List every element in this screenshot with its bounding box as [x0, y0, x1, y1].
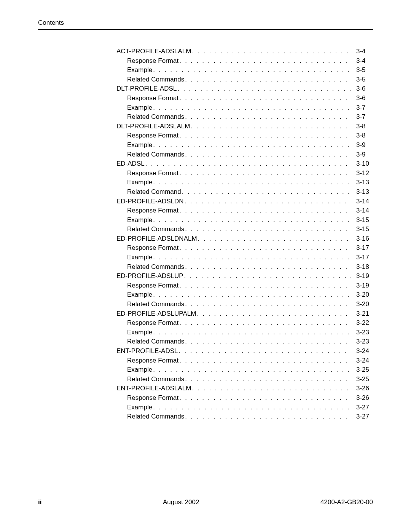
toc-entry-page: 3-6	[351, 95, 373, 101]
toc-leader-dots	[178, 282, 351, 289]
toc-entry-label: Response Format	[116, 244, 178, 251]
toc-entry-page: 3-14	[351, 198, 373, 204]
toc-entry: Related Commands3-18	[116, 264, 373, 270]
toc-entry-label: Related Commands	[116, 301, 184, 307]
toc-leader-dots	[184, 301, 351, 307]
toc-entry-label: Related Commands	[116, 338, 184, 345]
toc-entry-page: 3-18	[351, 264, 373, 270]
toc-entry: ED-PROFILE-ADSLDN3-14	[116, 198, 373, 204]
toc-entry: Related Command3-13	[116, 189, 373, 195]
toc-leader-dots	[184, 338, 351, 345]
toc-entry-label: ACT-PROFILE-ADSLALM	[116, 48, 191, 54]
toc-entry: Response Format3-26	[116, 395, 373, 401]
toc-entry-page: 3-15	[351, 226, 373, 232]
toc-entry: Response Format3-8	[116, 132, 373, 139]
toc-entry-label: Related Commands	[116, 76, 184, 83]
toc-leader-dots	[184, 198, 351, 204]
toc-entry: Related Commands3-25	[116, 376, 373, 382]
toc-entry-page: 3-4	[351, 58, 373, 64]
toc-leader-dots	[184, 113, 351, 120]
toc-entry: Response Format3-24	[116, 357, 373, 364]
toc-entry-page: 3-12	[351, 170, 373, 176]
toc-entry: Example3-9	[116, 142, 373, 148]
toc-entry: Example3-7	[116, 104, 373, 111]
toc-entry-label: Response Format	[116, 95, 178, 101]
toc-entry: Response Format3-19	[116, 282, 373, 289]
footer-page-number: ii	[38, 498, 41, 506]
toc-leader-dots	[152, 104, 351, 111]
toc-entry-page: 3-27	[351, 413, 373, 420]
footer: ii August 2002 4200-A2-GB20-00	[38, 498, 373, 506]
toc-entry-page: 3-26	[351, 385, 373, 391]
toc-entry: Response Format3-17	[116, 244, 373, 251]
toc-leader-dots	[152, 254, 351, 260]
toc-entry-label: Response Format	[116, 320, 178, 326]
toc-entry-page: 3-16	[351, 235, 373, 242]
toc-entry-label: Example	[116, 329, 152, 335]
toc-entry-page: 3-5	[351, 67, 373, 73]
toc-leader-dots	[178, 357, 351, 364]
toc-entry-page: 3-25	[351, 376, 373, 382]
toc-entry: Response Format3-6	[116, 95, 373, 101]
toc-entry: ED-PROFILE-ADSLDNALM3-16	[116, 235, 373, 242]
toc-entry-label: Example	[116, 179, 152, 185]
toc-entry-page: 3-24	[351, 357, 373, 364]
toc-entry-label: Response Format	[116, 282, 178, 289]
toc-leader-dots	[152, 366, 351, 373]
toc-leader-dots	[152, 179, 351, 185]
toc-entry-page: 3-20	[351, 291, 373, 298]
toc-entry: ENT-PROFILE-ADSL3-24	[116, 348, 373, 354]
toc-entry-label: Related Commands	[116, 376, 184, 382]
table-of-contents: ACT-PROFILE-ADSLALM3-4Response Format3-4…	[116, 48, 373, 420]
toc-leader-dots	[191, 48, 351, 54]
toc-entry-label: ED-PROFILE-ADSLUP	[116, 273, 183, 279]
toc-entry-page: 3-9	[351, 151, 373, 158]
toc-entry: ED-PROFILE-ADSLUPALM3-21	[116, 310, 373, 317]
toc-leader-dots	[184, 413, 351, 420]
toc-entry-page: 3-22	[351, 320, 373, 326]
toc-leader-dots	[178, 395, 351, 401]
toc-leader-dots	[190, 123, 351, 129]
toc-entry-label: Response Format	[116, 395, 178, 401]
toc-leader-dots	[178, 58, 351, 64]
toc-entry: Example3-25	[116, 366, 373, 373]
toc-entry: ACT-PROFILE-ADSLALM3-4	[116, 48, 373, 54]
toc-entry-label: Response Format	[116, 132, 178, 139]
footer-center: August 2002	[163, 498, 199, 506]
toc-entry-label: Related Commands	[116, 113, 184, 120]
toc-leader-dots	[184, 226, 351, 232]
running-header: Contents	[38, 19, 373, 27]
toc-leader-dots	[191, 385, 351, 391]
toc-entry-page: 3-19	[351, 282, 373, 289]
toc-leader-dots	[184, 376, 351, 382]
header-rule	[38, 29, 373, 30]
toc-entry-page: 3-4	[351, 48, 373, 54]
toc-entry: Example3-23	[116, 329, 373, 335]
toc-entry-page: 3-21	[351, 310, 373, 317]
toc-entry: Example3-5	[116, 67, 373, 73]
toc-leader-dots	[197, 235, 351, 242]
toc-entry-page: 3-23	[351, 338, 373, 345]
toc-leader-dots	[196, 310, 351, 317]
toc-entry: Related Commands3-7	[116, 113, 373, 120]
toc-leader-dots	[145, 160, 351, 167]
footer-right: 4200-A2-GB20-00	[320, 498, 373, 506]
toc-entry: DLT-PROFILE-ADSLALM3-8	[116, 123, 373, 129]
toc-entry-page: 3-6	[351, 85, 373, 92]
toc-leader-dots	[177, 85, 351, 92]
toc-leader-dots	[152, 404, 351, 411]
toc-entry-page: 3-25	[351, 366, 373, 373]
toc-leader-dots	[181, 189, 351, 195]
toc-entry-page: 3-8	[351, 132, 373, 139]
toc-leader-dots	[184, 151, 351, 158]
toc-entry-label: Example	[116, 217, 152, 223]
toc-entry-label: Example	[116, 254, 152, 260]
toc-leader-dots	[178, 244, 351, 251]
toc-entry-label: ENT-PROFILE-ADSLALM	[116, 385, 191, 391]
toc-entry: Example3-27	[116, 404, 373, 411]
toc-entry-page: 3-7	[351, 113, 373, 120]
toc-entry: Response Format3-12	[116, 170, 373, 176]
toc-entry-page: 3-5	[351, 76, 373, 83]
toc-entry: Related Commands3-20	[116, 301, 373, 307]
toc-entry-page: 3-27	[351, 404, 373, 411]
